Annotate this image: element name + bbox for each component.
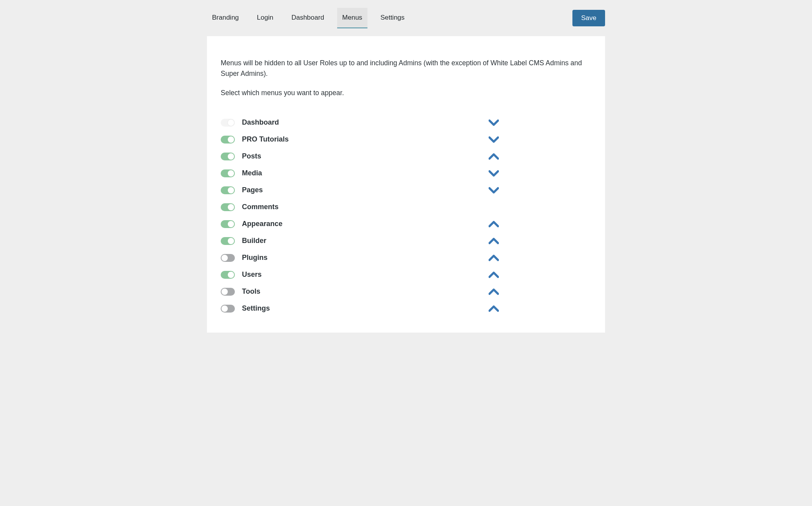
- menu-label: Comments: [242, 203, 591, 211]
- chevron-down-icon[interactable]: [488, 119, 499, 127]
- toggle-users[interactable]: [221, 271, 235, 279]
- menu-label: Appearance: [242, 220, 591, 228]
- menu-label: Tools: [242, 287, 591, 296]
- menu-label: Pages: [242, 186, 591, 194]
- chevron-up-icon[interactable]: [488, 237, 499, 245]
- toggle-posts[interactable]: [221, 153, 235, 160]
- menu-row: Appearance: [221, 215, 591, 232]
- menu-row: Plugins: [221, 249, 591, 266]
- menu-label: Posts: [242, 152, 591, 160]
- menu-row: Tools: [221, 283, 591, 300]
- toggle-knob: [221, 305, 228, 312]
- toggle-settings[interactable]: [221, 305, 235, 313]
- top-bar: BrandingLoginDashboardMenusSettings Save: [207, 0, 605, 36]
- toggle-knob: [228, 204, 234, 210]
- toggle-knob: [228, 170, 234, 177]
- menu-label: Media: [242, 169, 591, 177]
- tab-dashboard[interactable]: Dashboard: [286, 8, 329, 28]
- toggle-knob: [221, 289, 228, 295]
- menu-row: Settings: [221, 300, 591, 317]
- chevron-column: [488, 153, 499, 160]
- content-panel: Menus will be hidden to all User Roles u…: [207, 36, 605, 333]
- toggle-plugins[interactable]: [221, 254, 235, 262]
- menu-label: PRO Tutorials: [242, 135, 591, 144]
- tab-label: Settings: [380, 14, 404, 21]
- tab-label: Login: [257, 14, 273, 21]
- toggle-builder[interactable]: [221, 237, 235, 245]
- chevron-column: [488, 169, 499, 177]
- menu-label: Plugins: [242, 254, 591, 262]
- save-button[interactable]: Save: [572, 10, 605, 26]
- chevron-up-icon[interactable]: [488, 254, 499, 262]
- tab-branding[interactable]: Branding: [207, 8, 244, 28]
- toggle-comments[interactable]: [221, 203, 235, 211]
- toggle-pages[interactable]: [221, 186, 235, 194]
- chevron-down-icon[interactable]: [488, 186, 499, 194]
- toggle-knob: [228, 120, 234, 126]
- chevron-column: [488, 271, 499, 279]
- app-container: BrandingLoginDashboardMenusSettings Save…: [207, 0, 605, 333]
- chevron-column: [488, 119, 499, 127]
- menu-row: Users: [221, 266, 591, 283]
- chevron-up-icon[interactable]: [488, 220, 499, 228]
- menu-list: DashboardPRO TutorialsPostsMediaPagesCom…: [221, 114, 591, 317]
- chevron-up-icon[interactable]: [488, 153, 499, 160]
- tab-list: BrandingLoginDashboardMenusSettings: [207, 8, 410, 28]
- menu-row: Pages: [221, 182, 591, 199]
- chevron-up-icon[interactable]: [488, 288, 499, 296]
- toggle-tools[interactable]: [221, 288, 235, 296]
- menu-row: Builder: [221, 232, 591, 249]
- menu-label: Users: [242, 270, 591, 279]
- description-text-1: Menus will be hidden to all User Roles u…: [221, 58, 591, 79]
- chevron-column: [488, 305, 499, 313]
- chevron-down-icon[interactable]: [488, 169, 499, 177]
- chevron-up-icon[interactable]: [488, 305, 499, 313]
- menu-label: Dashboard: [242, 118, 591, 127]
- menu-label: Settings: [242, 304, 591, 313]
- chevron-down-icon[interactable]: [488, 136, 499, 144]
- menu-row: Posts: [221, 148, 591, 165]
- toggle-knob: [228, 221, 234, 227]
- toggle-pro-tutorials[interactable]: [221, 136, 235, 144]
- tab-label: Menus: [342, 14, 362, 21]
- tab-label: Branding: [212, 14, 239, 21]
- chevron-column: [488, 237, 499, 245]
- toggle-dashboard[interactable]: [221, 119, 235, 127]
- toggle-knob: [228, 153, 234, 160]
- chevron-up-icon[interactable]: [488, 271, 499, 279]
- menu-row: Dashboard: [221, 114, 591, 131]
- toggle-knob: [228, 238, 234, 244]
- tab-settings[interactable]: Settings: [375, 8, 410, 28]
- chevron-column: [488, 288, 499, 296]
- tab-label: Dashboard: [292, 14, 324, 21]
- toggle-media[interactable]: [221, 169, 235, 177]
- toggle-knob: [221, 255, 228, 261]
- chevron-column: [488, 220, 499, 228]
- chevron-column: [488, 136, 499, 144]
- tab-login[interactable]: Login: [252, 8, 279, 28]
- chevron-column: [488, 254, 499, 262]
- menu-row: Comments: [221, 199, 591, 215]
- tab-menus[interactable]: Menus: [337, 8, 367, 28]
- toggle-knob: [228, 272, 234, 278]
- menu-row: PRO Tutorials: [221, 131, 591, 148]
- menu-label: Builder: [242, 237, 591, 245]
- chevron-column: [488, 186, 499, 194]
- description-text-2: Select which menus you want to appear.: [221, 88, 591, 98]
- menu-row: Media: [221, 165, 591, 182]
- toggle-knob: [228, 187, 234, 193]
- toggle-appearance[interactable]: [221, 220, 235, 228]
- toggle-knob: [228, 136, 234, 143]
